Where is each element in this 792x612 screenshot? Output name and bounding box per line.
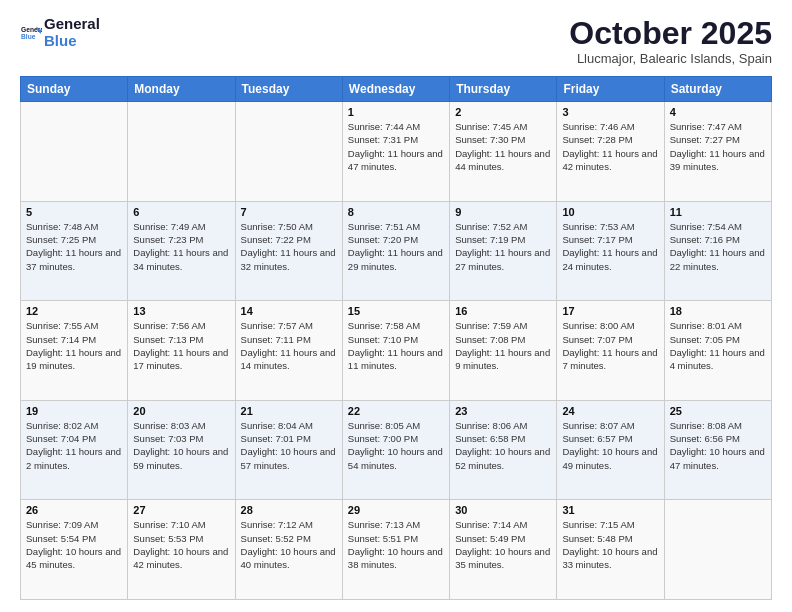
day-cell-23: 23Sunrise: 8:06 AM Sunset: 6:58 PM Dayli… — [450, 400, 557, 500]
calendar-table: SundayMondayTuesdayWednesdayThursdayFrid… — [20, 76, 772, 600]
day-info: Sunrise: 8:01 AM Sunset: 7:05 PM Dayligh… — [670, 319, 766, 372]
day-cell-5: 5Sunrise: 7:48 AM Sunset: 7:25 PM Daylig… — [21, 201, 128, 301]
day-info: Sunrise: 7:50 AM Sunset: 7:22 PM Dayligh… — [241, 220, 337, 273]
weekday-header-thursday: Thursday — [450, 77, 557, 102]
day-info: Sunrise: 7:09 AM Sunset: 5:54 PM Dayligh… — [26, 518, 122, 571]
day-info: Sunrise: 7:15 AM Sunset: 5:48 PM Dayligh… — [562, 518, 658, 571]
day-info: Sunrise: 8:02 AM Sunset: 7:04 PM Dayligh… — [26, 419, 122, 472]
day-cell-27: 27Sunrise: 7:10 AM Sunset: 5:53 PM Dayli… — [128, 500, 235, 600]
day-info: Sunrise: 8:03 AM Sunset: 7:03 PM Dayligh… — [133, 419, 229, 472]
month-title: October 2025 — [569, 16, 772, 51]
day-cell-20: 20Sunrise: 8:03 AM Sunset: 7:03 PM Dayli… — [128, 400, 235, 500]
day-info: Sunrise: 7:45 AM Sunset: 7:30 PM Dayligh… — [455, 120, 551, 173]
day-cell-10: 10Sunrise: 7:53 AM Sunset: 7:17 PM Dayli… — [557, 201, 664, 301]
day-number: 18 — [670, 305, 766, 317]
day-cell-28: 28Sunrise: 7:12 AM Sunset: 5:52 PM Dayli… — [235, 500, 342, 600]
day-cell-12: 12Sunrise: 7:55 AM Sunset: 7:14 PM Dayli… — [21, 301, 128, 401]
logo-icon: General Blue — [20, 22, 42, 44]
day-cell-26: 26Sunrise: 7:09 AM Sunset: 5:54 PM Dayli… — [21, 500, 128, 600]
logo-general-text: General — [44, 16, 100, 33]
day-info: Sunrise: 8:05 AM Sunset: 7:00 PM Dayligh… — [348, 419, 444, 472]
svg-text:Blue: Blue — [21, 32, 36, 39]
day-cell-18: 18Sunrise: 8:01 AM Sunset: 7:05 PM Dayli… — [664, 301, 771, 401]
day-number: 29 — [348, 504, 444, 516]
empty-cell — [235, 102, 342, 202]
empty-cell — [664, 500, 771, 600]
day-cell-16: 16Sunrise: 7:59 AM Sunset: 7:08 PM Dayli… — [450, 301, 557, 401]
day-info: Sunrise: 7:57 AM Sunset: 7:11 PM Dayligh… — [241, 319, 337, 372]
weekday-header-friday: Friday — [557, 77, 664, 102]
day-info: Sunrise: 8:07 AM Sunset: 6:57 PM Dayligh… — [562, 419, 658, 472]
day-number: 20 — [133, 405, 229, 417]
header: General Blue General Blue October 2025 L… — [20, 16, 772, 66]
day-cell-24: 24Sunrise: 8:07 AM Sunset: 6:57 PM Dayli… — [557, 400, 664, 500]
day-info: Sunrise: 7:55 AM Sunset: 7:14 PM Dayligh… — [26, 319, 122, 372]
week-row-2: 5Sunrise: 7:48 AM Sunset: 7:25 PM Daylig… — [21, 201, 772, 301]
day-info: Sunrise: 7:46 AM Sunset: 7:28 PM Dayligh… — [562, 120, 658, 173]
logo: General Blue General Blue — [20, 16, 100, 49]
day-cell-8: 8Sunrise: 7:51 AM Sunset: 7:20 PM Daylig… — [342, 201, 449, 301]
day-cell-13: 13Sunrise: 7:56 AM Sunset: 7:13 PM Dayli… — [128, 301, 235, 401]
day-number: 12 — [26, 305, 122, 317]
day-number: 14 — [241, 305, 337, 317]
day-cell-2: 2Sunrise: 7:45 AM Sunset: 7:30 PM Daylig… — [450, 102, 557, 202]
day-cell-9: 9Sunrise: 7:52 AM Sunset: 7:19 PM Daylig… — [450, 201, 557, 301]
day-cell-7: 7Sunrise: 7:50 AM Sunset: 7:22 PM Daylig… — [235, 201, 342, 301]
weekday-header-tuesday: Tuesday — [235, 77, 342, 102]
day-number: 10 — [562, 206, 658, 218]
day-cell-30: 30Sunrise: 7:14 AM Sunset: 5:49 PM Dayli… — [450, 500, 557, 600]
day-info: Sunrise: 7:58 AM Sunset: 7:10 PM Dayligh… — [348, 319, 444, 372]
day-info: Sunrise: 7:44 AM Sunset: 7:31 PM Dayligh… — [348, 120, 444, 173]
empty-cell — [128, 102, 235, 202]
day-cell-31: 31Sunrise: 7:15 AM Sunset: 5:48 PM Dayli… — [557, 500, 664, 600]
day-number: 2 — [455, 106, 551, 118]
day-info: Sunrise: 8:06 AM Sunset: 6:58 PM Dayligh… — [455, 419, 551, 472]
weekday-header-saturday: Saturday — [664, 77, 771, 102]
page: General Blue General Blue October 2025 L… — [0, 0, 792, 612]
day-info: Sunrise: 7:51 AM Sunset: 7:20 PM Dayligh… — [348, 220, 444, 273]
empty-cell — [21, 102, 128, 202]
week-row-5: 26Sunrise: 7:09 AM Sunset: 5:54 PM Dayli… — [21, 500, 772, 600]
day-info: Sunrise: 7:13 AM Sunset: 5:51 PM Dayligh… — [348, 518, 444, 571]
day-info: Sunrise: 7:10 AM Sunset: 5:53 PM Dayligh… — [133, 518, 229, 571]
day-number: 25 — [670, 405, 766, 417]
day-info: Sunrise: 8:08 AM Sunset: 6:56 PM Dayligh… — [670, 419, 766, 472]
day-info: Sunrise: 7:56 AM Sunset: 7:13 PM Dayligh… — [133, 319, 229, 372]
weekday-header-sunday: Sunday — [21, 77, 128, 102]
day-cell-6: 6Sunrise: 7:49 AM Sunset: 7:23 PM Daylig… — [128, 201, 235, 301]
day-number: 27 — [133, 504, 229, 516]
logo-blue-text: Blue — [44, 33, 100, 50]
day-info: Sunrise: 7:54 AM Sunset: 7:16 PM Dayligh… — [670, 220, 766, 273]
week-row-4: 19Sunrise: 8:02 AM Sunset: 7:04 PM Dayli… — [21, 400, 772, 500]
day-cell-11: 11Sunrise: 7:54 AM Sunset: 7:16 PM Dayli… — [664, 201, 771, 301]
day-number: 31 — [562, 504, 658, 516]
day-number: 8 — [348, 206, 444, 218]
weekday-header-row: SundayMondayTuesdayWednesdayThursdayFrid… — [21, 77, 772, 102]
day-cell-22: 22Sunrise: 8:05 AM Sunset: 7:00 PM Dayli… — [342, 400, 449, 500]
weekday-header-monday: Monday — [128, 77, 235, 102]
day-number: 4 — [670, 106, 766, 118]
day-number: 3 — [562, 106, 658, 118]
day-info: Sunrise: 7:59 AM Sunset: 7:08 PM Dayligh… — [455, 319, 551, 372]
day-number: 19 — [26, 405, 122, 417]
day-number: 23 — [455, 405, 551, 417]
day-info: Sunrise: 7:52 AM Sunset: 7:19 PM Dayligh… — [455, 220, 551, 273]
day-number: 22 — [348, 405, 444, 417]
day-number: 1 — [348, 106, 444, 118]
day-number: 15 — [348, 305, 444, 317]
day-info: Sunrise: 7:48 AM Sunset: 7:25 PM Dayligh… — [26, 220, 122, 273]
day-info: Sunrise: 8:04 AM Sunset: 7:01 PM Dayligh… — [241, 419, 337, 472]
day-cell-15: 15Sunrise: 7:58 AM Sunset: 7:10 PM Dayli… — [342, 301, 449, 401]
day-number: 16 — [455, 305, 551, 317]
day-number: 5 — [26, 206, 122, 218]
day-cell-3: 3Sunrise: 7:46 AM Sunset: 7:28 PM Daylig… — [557, 102, 664, 202]
day-info: Sunrise: 7:47 AM Sunset: 7:27 PM Dayligh… — [670, 120, 766, 173]
day-cell-19: 19Sunrise: 8:02 AM Sunset: 7:04 PM Dayli… — [21, 400, 128, 500]
day-number: 11 — [670, 206, 766, 218]
day-cell-4: 4Sunrise: 7:47 AM Sunset: 7:27 PM Daylig… — [664, 102, 771, 202]
location: Llucmajor, Balearic Islands, Spain — [569, 51, 772, 66]
day-number: 30 — [455, 504, 551, 516]
day-info: Sunrise: 7:49 AM Sunset: 7:23 PM Dayligh… — [133, 220, 229, 273]
title-block: October 2025 Llucmajor, Balearic Islands… — [569, 16, 772, 66]
day-info: Sunrise: 8:00 AM Sunset: 7:07 PM Dayligh… — [562, 319, 658, 372]
